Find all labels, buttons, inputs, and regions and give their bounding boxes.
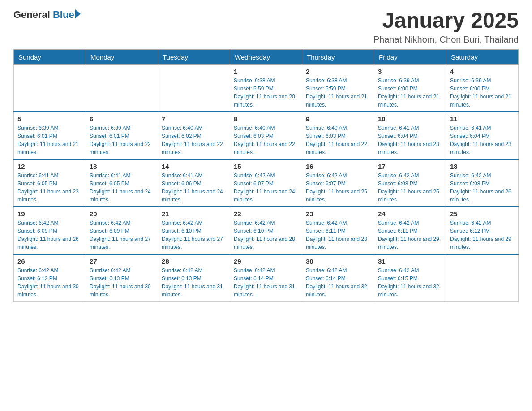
- day-number: 26: [17, 257, 82, 265]
- sun-info: Sunrise: 6:42 AMSunset: 6:08 PMDaylight:…: [378, 171, 442, 204]
- calendar-cell: 30Sunrise: 6:42 AMSunset: 6:14 PMDayligh…: [302, 254, 374, 302]
- calendar-cell: 3Sunrise: 6:39 AMSunset: 6:00 PMDaylight…: [374, 64, 446, 112]
- sun-info: Sunrise: 6:40 AMSunset: 6:03 PMDaylight:…: [234, 124, 298, 156]
- calendar-cell: 26Sunrise: 6:42 AMSunset: 6:12 PMDayligh…: [14, 254, 86, 302]
- column-header-friday: Friday: [374, 49, 446, 64]
- week-row-2: 5Sunrise: 6:39 AMSunset: 6:01 PMDaylight…: [14, 112, 519, 159]
- calendar-cell: 15Sunrise: 6:42 AMSunset: 6:07 PMDayligh…: [230, 159, 302, 207]
- week-row-4: 19Sunrise: 6:42 AMSunset: 6:09 PMDayligh…: [14, 207, 519, 254]
- calendar-cell: 6Sunrise: 6:39 AMSunset: 6:01 PMDaylight…: [86, 112, 158, 159]
- calendar-cell: 8Sunrise: 6:40 AMSunset: 6:03 PMDaylight…: [230, 112, 302, 159]
- day-number: 8: [234, 115, 298, 123]
- calendar-cell: 9Sunrise: 6:40 AMSunset: 6:03 PMDaylight…: [302, 112, 374, 159]
- calendar-table: SundayMondayTuesdayWednesdayThursdayFrid…: [13, 49, 519, 302]
- day-number: 4: [450, 68, 515, 75]
- calendar-cell: 29Sunrise: 6:42 AMSunset: 6:14 PMDayligh…: [230, 254, 302, 302]
- day-number: 5: [17, 115, 82, 123]
- calendar-cell: 5Sunrise: 6:39 AMSunset: 6:01 PMDaylight…: [14, 112, 86, 159]
- day-number: 19: [17, 210, 82, 218]
- column-header-tuesday: Tuesday: [158, 49, 230, 64]
- day-number: 10: [378, 115, 442, 123]
- day-number: 21: [162, 210, 226, 218]
- week-row-3: 12Sunrise: 6:41 AMSunset: 6:05 PMDayligh…: [14, 159, 519, 207]
- calendar-cell: [14, 64, 86, 112]
- sun-info: Sunrise: 6:39 AMSunset: 6:00 PMDaylight:…: [378, 77, 442, 109]
- calendar-cell: 16Sunrise: 6:42 AMSunset: 6:07 PMDayligh…: [302, 159, 374, 207]
- sun-info: Sunrise: 6:42 AMSunset: 6:15 PMDaylight:…: [378, 266, 442, 299]
- sun-info: Sunrise: 6:38 AMSunset: 5:59 PMDaylight:…: [306, 77, 370, 109]
- calendar-cell: 1Sunrise: 6:38 AMSunset: 5:59 PMDaylight…: [230, 64, 302, 112]
- calendar-cell: 13Sunrise: 6:41 AMSunset: 6:05 PMDayligh…: [86, 159, 158, 207]
- title-section: January 2025 Phanat Nikhom, Chon Buri, T…: [373, 9, 519, 45]
- logo-arrow-icon: [75, 9, 81, 18]
- day-number: 16: [306, 163, 370, 170]
- column-header-wednesday: Wednesday: [230, 49, 302, 64]
- sun-info: Sunrise: 6:41 AMSunset: 6:04 PMDaylight:…: [450, 124, 515, 156]
- day-number: 24: [378, 210, 442, 218]
- day-number: 6: [90, 115, 154, 123]
- sun-info: Sunrise: 6:42 AMSunset: 6:12 PMDaylight:…: [17, 266, 82, 299]
- sun-info: Sunrise: 6:42 AMSunset: 6:12 PMDaylight:…: [450, 219, 515, 251]
- calendar-cell: 25Sunrise: 6:42 AMSunset: 6:12 PMDayligh…: [446, 207, 519, 254]
- calendar-cell: 18Sunrise: 6:42 AMSunset: 6:08 PMDayligh…: [446, 159, 519, 207]
- sun-info: Sunrise: 6:39 AMSunset: 6:00 PMDaylight:…: [450, 77, 515, 109]
- day-number: 3: [378, 68, 442, 75]
- calendar-cell: [86, 64, 158, 112]
- week-row-5: 26Sunrise: 6:42 AMSunset: 6:12 PMDayligh…: [14, 254, 519, 302]
- calendar-cell: 14Sunrise: 6:41 AMSunset: 6:06 PMDayligh…: [158, 159, 230, 207]
- calendar-cell: [446, 254, 519, 302]
- calendar-cell: 17Sunrise: 6:42 AMSunset: 6:08 PMDayligh…: [374, 159, 446, 207]
- day-number: 29: [234, 257, 298, 265]
- calendar-cell: 4Sunrise: 6:39 AMSunset: 6:00 PMDaylight…: [446, 64, 519, 112]
- sun-info: Sunrise: 6:42 AMSunset: 6:11 PMDaylight:…: [378, 219, 442, 251]
- day-number: 17: [378, 163, 442, 170]
- sun-info: Sunrise: 6:42 AMSunset: 6:09 PMDaylight:…: [17, 219, 82, 251]
- sun-info: Sunrise: 6:42 AMSunset: 6:14 PMDaylight:…: [306, 266, 370, 299]
- week-row-1: 1Sunrise: 6:38 AMSunset: 5:59 PMDaylight…: [14, 64, 519, 112]
- calendar-cell: 7Sunrise: 6:40 AMSunset: 6:02 PMDaylight…: [158, 112, 230, 159]
- sun-info: Sunrise: 6:39 AMSunset: 6:01 PMDaylight:…: [17, 124, 82, 156]
- sun-info: Sunrise: 6:42 AMSunset: 6:13 PMDaylight:…: [162, 266, 226, 299]
- sun-info: Sunrise: 6:42 AMSunset: 6:10 PMDaylight:…: [234, 219, 298, 251]
- calendar-cell: 12Sunrise: 6:41 AMSunset: 6:05 PMDayligh…: [14, 159, 86, 207]
- sun-info: Sunrise: 6:40 AMSunset: 6:02 PMDaylight:…: [162, 124, 226, 156]
- day-number: 1: [234, 68, 298, 75]
- calendar-header-row: SundayMondayTuesdayWednesdayThursdayFrid…: [14, 49, 519, 64]
- calendar-cell: 21Sunrise: 6:42 AMSunset: 6:10 PMDayligh…: [158, 207, 230, 254]
- day-number: 13: [90, 163, 154, 170]
- column-header-thursday: Thursday: [302, 49, 374, 64]
- day-number: 20: [90, 210, 154, 218]
- day-number: 18: [450, 163, 515, 170]
- day-number: 14: [162, 163, 226, 170]
- logo-blue: Blue: [53, 9, 74, 21]
- sun-info: Sunrise: 6:41 AMSunset: 6:05 PMDaylight:…: [90, 171, 154, 204]
- sun-info: Sunrise: 6:42 AMSunset: 6:10 PMDaylight:…: [162, 219, 226, 251]
- sun-info: Sunrise: 6:42 AMSunset: 6:07 PMDaylight:…: [306, 171, 370, 204]
- day-number: 11: [450, 115, 515, 123]
- sun-info: Sunrise: 6:42 AMSunset: 6:13 PMDaylight:…: [90, 266, 154, 299]
- sun-info: Sunrise: 6:42 AMSunset: 6:14 PMDaylight:…: [234, 266, 298, 299]
- calendar-cell: 20Sunrise: 6:42 AMSunset: 6:09 PMDayligh…: [86, 207, 158, 254]
- column-header-saturday: Saturday: [446, 49, 519, 64]
- sun-info: Sunrise: 6:42 AMSunset: 6:08 PMDaylight:…: [450, 171, 515, 204]
- logo: General Blue: [13, 9, 81, 21]
- month-title: January 2025: [373, 9, 519, 33]
- location: Phanat Nikhom, Chon Buri, Thailand: [373, 34, 519, 45]
- day-number: 27: [90, 257, 154, 265]
- day-number: 22: [234, 210, 298, 218]
- sun-info: Sunrise: 6:38 AMSunset: 5:59 PMDaylight:…: [234, 77, 298, 109]
- logo-general: General: [13, 9, 50, 21]
- sun-info: Sunrise: 6:40 AMSunset: 6:03 PMDaylight:…: [306, 124, 370, 156]
- sun-info: Sunrise: 6:42 AMSunset: 6:09 PMDaylight:…: [90, 219, 154, 251]
- column-header-monday: Monday: [86, 49, 158, 64]
- sun-info: Sunrise: 6:41 AMSunset: 6:04 PMDaylight:…: [378, 124, 442, 156]
- day-number: 2: [306, 68, 370, 75]
- calendar-cell: 10Sunrise: 6:41 AMSunset: 6:04 PMDayligh…: [374, 112, 446, 159]
- calendar-cell: 28Sunrise: 6:42 AMSunset: 6:13 PMDayligh…: [158, 254, 230, 302]
- day-number: 7: [162, 115, 226, 123]
- day-number: 12: [17, 163, 82, 170]
- day-number: 31: [378, 257, 442, 265]
- day-number: 28: [162, 257, 226, 265]
- calendar-cell: 23Sunrise: 6:42 AMSunset: 6:11 PMDayligh…: [302, 207, 374, 254]
- sun-info: Sunrise: 6:41 AMSunset: 6:06 PMDaylight:…: [162, 171, 226, 204]
